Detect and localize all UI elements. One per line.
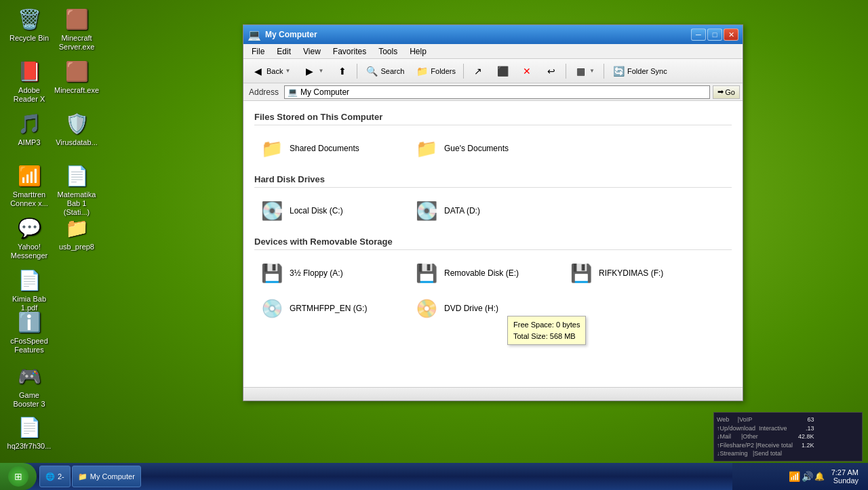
search-icon: 🔍 <box>365 64 378 78</box>
go-button[interactable]: ➡ Go <box>713 85 740 99</box>
item-label-grtmhfpp-g: GRTMHFPP_EN (G:) <box>290 304 367 313</box>
desktop-icon-kimia-bab[interactable]: 📄 Kimia Bab 1.pdf <box>5 266 53 312</box>
start-button[interactable]: ⊞ <box>0 463 37 490</box>
menu-help[interactable]: Help <box>404 45 432 58</box>
section-title-files-stored: Files Stored on This Computer <box>254 112 732 125</box>
item-gues-docs[interactable]: 📁Gue's Documents <box>409 134 558 163</box>
start-orb[interactable]: ⊞ <box>8 466 28 487</box>
menu-edit[interactable]: Edit <box>271 45 296 58</box>
menu-favorites[interactable]: Favorites <box>328 45 372 58</box>
item-icon-local-c: 💽 <box>260 199 284 223</box>
copy-to-button[interactable]: ⬛ <box>491 62 514 81</box>
desktop-icon-minecraft-exe[interactable]: 🟫 Minecraft.exe <box>53 58 100 95</box>
explorer-taskbar-icon: 📁 <box>78 472 87 481</box>
item-label-rifkydimas-f: RIFKYDIMAS (F:) <box>599 268 663 278</box>
move-to-button[interactable]: ↗ <box>467 62 490 81</box>
undo-icon: ↩ <box>545 64 558 78</box>
icon-label-aimp3: AIMP3 <box>5 138 53 147</box>
desktop-icon-virusdatab[interactable]: 🛡️ Virusdatab... <box>53 110 100 147</box>
folder-sync-button[interactable]: 🔄 Folder Sync <box>607 62 672 81</box>
forward-icon: ▶ <box>302 64 316 78</box>
forward-dropdown-icon[interactable]: ▼ <box>318 68 325 75</box>
address-input-area[interactable]: 💻 My Computer <box>284 85 710 99</box>
delete-button[interactable]: ✕ <box>515 62 538 81</box>
back-dropdown-icon[interactable]: ▼ <box>285 68 292 75</box>
desktop-icon-smarttren[interactable]: 📶 Smarttren Connex x... <box>5 162 53 208</box>
icon-label-minecraft-server: Minecraft Server.exe <box>53 34 100 52</box>
desktop-icon-aimp3[interactable]: 🎵 AIMP3 <box>5 110 53 147</box>
taskbar-explorer-item[interactable]: 📁 My Computer <box>72 466 141 487</box>
icon-label-hq23fr7h30: hq23fr7h30... <box>5 442 53 451</box>
icon-label-adobe-reader: Adobe Reader X <box>5 86 53 104</box>
section-removable: Devices with Removable Storage💾3½ Floppy… <box>254 237 732 323</box>
item-floppy-a[interactable]: 💾3½ Floppy (A:) <box>254 258 403 288</box>
icon-image-game-booster: 🎮 <box>16 363 43 390</box>
section-title-removable: Devices with Removable Storage <box>254 237 732 250</box>
item-grtmhfpp-g[interactable]: 💿GRTMHFPP_EN (G:) <box>254 293 403 323</box>
separator-4 <box>604 64 604 79</box>
desktop-icon-game-booster[interactable]: 🎮 Game Booster 3 <box>5 363 53 409</box>
section-title-hard-disks: Hard Disk Drives <box>254 174 732 188</box>
views-button[interactable]: ▦ ▼ <box>569 62 601 81</box>
item-removable-e[interactable]: 💾Removable Disk (E:) <box>409 258 558 288</box>
icon-image-yahoo-messenger: 💬 <box>16 214 43 241</box>
menu-file[interactable]: File <box>246 45 270 58</box>
statusbar <box>243 387 743 401</box>
item-shared-docs[interactable]: 📁Shared Documents <box>254 134 403 163</box>
forward-button[interactable]: ▶ ▼ <box>298 62 330 81</box>
folders-button[interactable]: 📁 Folders <box>410 62 460 81</box>
item-data-d[interactable]: 💽DATA (D:) <box>409 196 558 226</box>
icon-image-usb-prep8: 📁 <box>63 214 90 241</box>
icon-label-recycle-bin: Recycle Bin <box>5 34 53 43</box>
system-tray: 📶 🔊 🔔 7:27 AM Sunday <box>732 463 868 490</box>
window-title-area: 💻 My Computer <box>248 28 317 41</box>
icon-label-virusdatab: Virusdatab... <box>53 138 100 147</box>
desktop-icon-usb-prep8[interactable]: 📁 usb_prep8 <box>53 214 100 251</box>
item-rifkydimas-f[interactable]: 💾RIFKYDIMAS (F:) <box>564 258 713 288</box>
cfos-panel: Web |VoIP ↑Up/download Interactive ↓Mail… <box>713 412 863 462</box>
copy-icon: ⬛ <box>496 64 509 78</box>
desktop-icon-recycle-bin[interactable]: 🗑️ Recycle Bin <box>5 5 53 43</box>
item-icon-grtmhfpp-g: 💿 <box>260 296 284 321</box>
separator-2 <box>463 64 464 79</box>
content-area: Files Stored on This Computer📁Shared Doc… <box>243 101 743 387</box>
desktop-icon-cfospeed[interactable]: ℹ️ cFosSpeed Features <box>5 308 53 354</box>
menu-view[interactable]: View <box>298 45 326 58</box>
folders-icon: 📁 <box>415 64 429 78</box>
window-title: My Computer <box>265 30 317 39</box>
separator-1 <box>357 64 357 79</box>
back-button[interactable]: ◀ Back ▼ <box>246 62 296 81</box>
section-hard-disks: Hard Disk Drives💽Local Disk (C:)💽DATA (D… <box>254 174 732 226</box>
views-icon: ▦ <box>574 64 587 78</box>
system-clock: 7:27 AM Sunday <box>826 468 864 485</box>
menu-tools[interactable]: Tools <box>373 45 403 58</box>
desktop-icon-yahoo-messenger[interactable]: 💬 Yahoo! Messenger <box>5 214 53 260</box>
desktop-icon-adobe-reader[interactable]: 📕 Adobe Reader X <box>5 58 53 104</box>
address-icon: 💻 <box>288 87 298 97</box>
item-dvd-h[interactable]: 📀DVD Drive (H:) <box>409 293 558 323</box>
up-button[interactable]: ⬆ <box>331 62 354 81</box>
item-label-data-d: DATA (D:) <box>444 206 480 216</box>
icon-image-minecraft-exe: 🟫 <box>63 58 90 85</box>
window-controls: ─ □ ✕ <box>691 28 738 41</box>
item-icon-rifkydimas-f: 💾 <box>569 261 593 285</box>
toolbar: ◀ Back ▼ ▶ ▼ ⬆ 🔍 Search 📁 Folders <box>243 59 743 83</box>
taskbar-ie-item[interactable]: 🌐 2- <box>39 466 71 487</box>
item-icon-dvd-h: 📀 <box>414 296 439 321</box>
menubar: File Edit View Favorites Tools Help <box>243 44 743 59</box>
icon-label-smarttren: Smarttren Connex x... <box>5 190 53 208</box>
item-label-gues-docs: Gue's Documents <box>444 144 509 153</box>
close-button[interactable]: ✕ <box>724 28 738 41</box>
undo-button[interactable]: ↩ <box>540 62 563 81</box>
desktop-icon-minecraft-server[interactable]: 🟫 Minecraft Server.exe <box>53 5 100 52</box>
item-local-c[interactable]: 💽Local Disk (C:) <box>254 196 403 226</box>
item-icon-data-d: 💽 <box>414 199 439 223</box>
desktop-icon-hq23fr7h30[interactable]: 📄 hq23fr7h30... <box>5 413 53 451</box>
desktop-icon-matematika[interactable]: 📄 Matematika Bab 1 (Stati...) <box>53 162 100 218</box>
maximize-button[interactable]: □ <box>707 28 722 41</box>
search-button[interactable]: 🔍 Search <box>360 62 409 81</box>
icon-image-recycle-bin: 🗑️ <box>16 5 43 33</box>
minimize-button[interactable]: ─ <box>691 28 706 41</box>
views-dropdown-icon[interactable]: ▼ <box>589 68 596 75</box>
icon-image-adobe-reader: 📕 <box>16 58 43 85</box>
